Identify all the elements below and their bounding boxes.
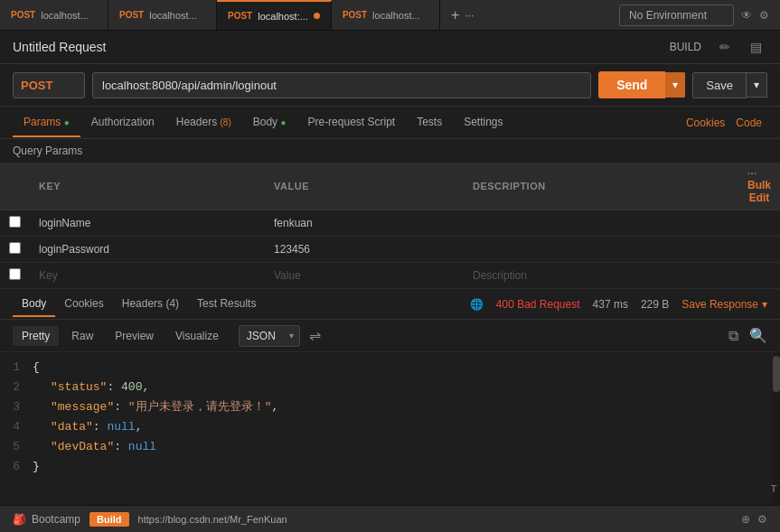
row2-desc[interactable]	[464, 237, 738, 263]
row1-checkbox[interactable]	[9, 216, 21, 228]
code-line-5: 5 "devData": null	[0, 437, 780, 457]
format-select[interactable]: JSON XML HTML Text	[240, 326, 284, 346]
scrollbar[interactable]	[773, 352, 780, 505]
resp-tab-body[interactable]: Body	[13, 292, 55, 317]
row3-checkbox[interactable]	[9, 268, 21, 280]
copy-button[interactable]: ⧉	[728, 327, 738, 344]
tab-method-3: POST	[228, 11, 252, 21]
save-response-button[interactable]: Save Response ▾	[681, 298, 767, 311]
code-line-4: 4 "data": null,	[0, 417, 780, 437]
col-value: VALUE	[265, 163, 464, 210]
resp-tab-test-results[interactable]: Test Results	[188, 292, 265, 317]
format-select-wrap: JSON XML HTML Text ▾	[239, 325, 300, 347]
row1-value[interactable]: fenkuan	[265, 210, 464, 237]
tab-4[interactable]: POST localhost...	[332, 0, 440, 30]
save-dropdown-button[interactable]: ▾	[747, 72, 767, 98]
save-button[interactable]: Save	[692, 72, 747, 98]
env-icons: 👁 ⚙	[741, 9, 769, 22]
cookies-link[interactable]: Cookies	[681, 117, 730, 129]
edit-button[interactable]: ✏	[714, 38, 736, 56]
bootcamp-button[interactable]: 🎒 Bootcamp	[13, 513, 80, 526]
tab-url-3: localhost:...	[258, 11, 308, 22]
resp-tab-headers[interactable]: Headers (4)	[113, 292, 188, 317]
tab-url-4: localhost...	[372, 10, 420, 21]
fmt-tab-visualize[interactable]: Visualize	[166, 326, 228, 346]
tab-method-1: POST	[11, 10, 35, 20]
bottom-icon-2[interactable]: ⚙	[757, 513, 767, 526]
tab-dot-3	[314, 13, 320, 19]
tab-headers[interactable]: Headers (8)	[165, 108, 242, 137]
tab-pre-request[interactable]: Pre-request Script	[296, 108, 406, 137]
code-line-3: 3 "message": "用户未登录，请先登录！",	[0, 397, 780, 417]
tab-params[interactable]: Params ●	[13, 108, 80, 137]
fmt-tab-preview[interactable]: Preview	[106, 326, 163, 346]
env-area: No Environment 👁 ⚙	[608, 5, 780, 26]
build-badge[interactable]: Build	[89, 512, 129, 527]
resp-tab-cookies[interactable]: Cookies	[55, 292, 112, 317]
scrollbar-thumb	[773, 356, 780, 392]
row3-key[interactable]: Key	[30, 263, 265, 289]
row3-desc[interactable]: Description	[464, 263, 738, 289]
col-key: KEY	[30, 163, 265, 210]
wrap-lines-button[interactable]: ⇌	[309, 327, 321, 344]
tab-add-area: + ···	[444, 7, 481, 23]
eye-icon[interactable]: 👁	[741, 9, 752, 22]
request-tabs: Params ● Authorization Headers (8) Body …	[0, 107, 780, 139]
tab-tests[interactable]: Tests	[406, 108, 453, 137]
env-select[interactable]: No Environment	[619, 5, 734, 26]
col-checkbox	[0, 163, 30, 210]
tab-body[interactable]: Body ●	[242, 108, 297, 137]
col-actions: ··· Bulk Edit	[738, 163, 780, 210]
add-tab-button[interactable]: +	[451, 7, 459, 23]
url-bar: POST GET PUT DELETE Send ▾ Save ▾	[0, 64, 780, 107]
response-size: 229 B	[641, 298, 669, 311]
bottom-icons: ⊕ ⚙	[741, 513, 767, 526]
notes-button[interactable]: ▤	[745, 38, 767, 56]
tab-3[interactable]: POST localhost:...	[217, 0, 332, 30]
bottom-bar: 🎒 Bootcamp Build https://blog.csdn.net/M…	[0, 505, 780, 532]
code-line-1: 1 {	[0, 358, 780, 378]
tab-url-1: localhost...	[41, 10, 89, 21]
bulk-edit-button[interactable]: Bulk Edit	[747, 179, 771, 204]
table-row: loginName fenkuan	[0, 210, 780, 237]
bottom-icon-1[interactable]: ⊕	[741, 513, 750, 526]
fmt-tab-pretty[interactable]: Pretty	[13, 326, 59, 346]
status-badge: 400 Bad Request	[496, 298, 580, 311]
code-line-2: 2 "status": 400,	[0, 378, 780, 397]
format-tabs: Pretty Raw Preview Visualize JSON XML HT…	[0, 320, 780, 352]
section-label: Query Params	[0, 139, 780, 163]
params-table: KEY VALUE DESCRIPTION ··· Bulk Edit logi…	[0, 163, 780, 289]
globe-icon: 🌐	[470, 298, 484, 311]
row3-actions	[738, 263, 780, 289]
row1-desc[interactable]	[464, 210, 738, 237]
row2-actions	[738, 237, 780, 263]
url-input[interactable]	[92, 72, 591, 98]
code-area: 1 { 2 "status": 400, 3 "message": "用户未登录…	[0, 352, 780, 505]
send-dropdown-button[interactable]: ▾	[665, 72, 685, 98]
build-label: BUILD	[670, 41, 701, 53]
row2-key[interactable]: loginPassword	[30, 237, 265, 263]
send-button-group: Send ▾	[598, 71, 685, 98]
col-description: DESCRIPTION	[464, 163, 738, 210]
tab-bar: POST localhost... POST localhost... POST…	[0, 0, 780, 31]
tab-1[interactable]: POST localhost...	[0, 0, 108, 30]
code-link[interactable]: Code	[730, 117, 767, 129]
format-arrow-icon: ▾	[284, 327, 299, 344]
row2-value[interactable]: 123456	[265, 237, 464, 263]
code-line-6: 6 }	[0, 457, 780, 477]
tab-settings[interactable]: Settings	[453, 108, 513, 137]
row3-value[interactable]: Value	[265, 263, 464, 289]
response-tabs: Body Cookies Headers (4) Test Results 🌐 …	[0, 289, 780, 320]
tab-2[interactable]: POST localhost...	[108, 0, 217, 30]
tab-authorization[interactable]: Authorization	[80, 108, 165, 137]
settings-icon[interactable]: ⚙	[759, 9, 769, 22]
send-button[interactable]: Send	[598, 71, 665, 98]
method-select[interactable]: POST GET PUT DELETE	[13, 72, 85, 98]
request-header: Untitled Request BUILD ✏ ▤	[0, 31, 780, 64]
row2-checkbox[interactable]	[9, 242, 21, 254]
fmt-tab-raw[interactable]: Raw	[62, 326, 102, 346]
tab-overflow-button[interactable]: ···	[465, 9, 474, 22]
request-title: Untitled Request	[13, 40, 661, 54]
search-response-button[interactable]: 🔍	[749, 327, 767, 344]
row1-key[interactable]: loginName	[30, 210, 265, 237]
